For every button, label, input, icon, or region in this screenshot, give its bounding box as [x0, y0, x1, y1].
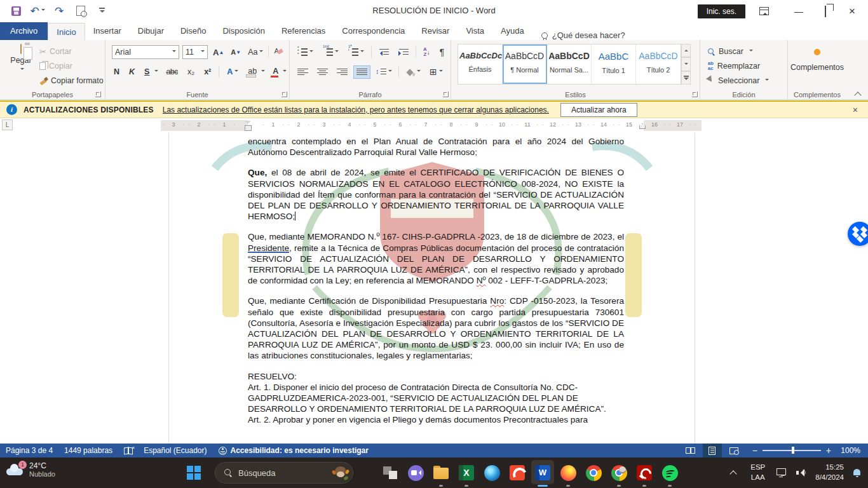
borders-button[interactable]: ⊞ [427, 65, 445, 78]
increase-indent-button[interactable] [396, 46, 411, 58]
keyboard-language[interactable]: ESP LAA [750, 463, 765, 482]
ribbon-tab[interactable]: Correspondencia [334, 22, 413, 40]
ribbon-tab[interactable]: Ayuda [492, 22, 532, 40]
shading-button[interactable] [403, 66, 423, 78]
styles-scroll-down[interactable] [681, 57, 691, 71]
ribbon-tab[interactable]: Insertar [85, 22, 130, 40]
edge-button[interactable] [479, 458, 505, 488]
select-button[interactable]: Seleccionar [708, 74, 769, 87]
web-layout-button[interactable] [724, 444, 743, 458]
align-left-button[interactable] [295, 66, 311, 78]
change-case-button[interactable]: Aa [246, 46, 265, 58]
show-marks-button[interactable]: ¶ [437, 45, 447, 59]
weather-widget[interactable]: 1 24°C Nublado [6, 461, 55, 478]
restore-button[interactable] [815, 6, 836, 17]
notification-bell-icon[interactable] [853, 468, 862, 477]
notification-message-link[interactable]: Las actualizaciones de Office están list… [163, 105, 549, 114]
pdf-reader-button[interactable] [505, 458, 530, 488]
shrink-font-button[interactable]: A▼ [229, 47, 243, 57]
collapse-ribbon-button[interactable] [855, 92, 862, 95]
file-explorer-button[interactable] [428, 458, 454, 488]
accessibility-status[interactable]: Accesibilidad: es necesario investigar [213, 446, 374, 455]
clear-formatting-button[interactable] [272, 47, 285, 57]
minimize-button[interactable]: — [788, 6, 810, 17]
document-text[interactable]: encuentra contemplado en el Plan Anual d… [248, 136, 624, 426]
proofing-status[interactable]: × [118, 447, 138, 454]
notification-close-icon[interactable]: × [849, 105, 862, 115]
line-spacing-button[interactable] [374, 66, 395, 78]
decrease-indent-button[interactable] [376, 46, 391, 58]
subscript-button[interactable]: x₂ [186, 66, 196, 78]
ribbon-tab[interactable]: Diseño [172, 22, 214, 40]
network-icon[interactable] [776, 468, 787, 477]
indent-marker-left[interactable] [245, 121, 251, 130]
zoom-level[interactable]: 100% [836, 446, 860, 455]
font-name-combobox[interactable]: Arial [112, 45, 179, 59]
sort-button[interactable]: AZ↓ [421, 45, 433, 59]
paste-button[interactable]: Pegar [6, 44, 36, 90]
font-dialog-launcher[interactable] [281, 92, 287, 97]
strikethrough-button[interactable]: abc [164, 66, 180, 78]
acrobat-button[interactable] [632, 458, 657, 488]
ribbon-tab[interactable]: Dibujar [130, 22, 172, 40]
style-titulo-2[interactable]: AaBbCcD Título 2 [636, 44, 681, 84]
find-button[interactable]: Buscar [708, 45, 753, 58]
grow-font-button[interactable]: A▲ [211, 46, 226, 58]
word-count[interactable]: 1449 palabras [58, 446, 118, 455]
page-indicator[interactable]: Página 3 de 4 [0, 446, 58, 455]
chrome-profile-button[interactable] [606, 458, 632, 488]
video-chat-button[interactable] [403, 458, 428, 488]
font-color-button[interactable]: A [271, 65, 280, 78]
replace-button[interactable]: abac Reemplazar [708, 60, 760, 72]
multilevel-list-button[interactable] [346, 46, 367, 58]
paragraph-dialog-launcher[interactable] [443, 92, 449, 97]
close-button[interactable]: × [841, 5, 863, 18]
ribbon-tab[interactable]: Vista [458, 22, 492, 40]
update-now-button[interactable]: Actualizar ahora [560, 103, 637, 117]
read-mode-button[interactable] [681, 444, 700, 458]
ribbon-tab[interactable]: Revisar [413, 22, 458, 40]
taskbar-search[interactable]: Búsqueda [215, 462, 353, 484]
highlight-button[interactable]: ab [246, 65, 259, 78]
sign-in-button[interactable]: Inic. ses. [698, 4, 745, 18]
style-normal-sa[interactable]: AaBbCcD Normal Sa... [547, 44, 592, 84]
copy-button[interactable]: Copiar [39, 60, 72, 72]
align-right-button[interactable] [334, 66, 350, 78]
ribbon-display-options-button[interactable] [759, 7, 769, 15]
addins-button[interactable]: Complementos [788, 63, 846, 72]
styles-more-button[interactable] [681, 71, 691, 85]
bullets-button[interactable] [295, 46, 316, 58]
ribbon-tab[interactable]: Referencias [273, 22, 334, 40]
style-normal[interactable]: AaBbCcD ¶ Normal [503, 44, 547, 84]
hidden-icons-chevron[interactable] [730, 470, 736, 475]
styles-scroll-up[interactable] [681, 44, 691, 57]
style-titulo-1[interactable]: AaBbC Título 1 [592, 44, 636, 84]
word-button[interactable]: W [530, 458, 555, 488]
style-enfasis[interactable]: AaBbCcDc Énfasis [458, 44, 503, 84]
justify-button[interactable] [354, 66, 370, 78]
volume-icon[interactable] [796, 468, 806, 477]
spotify-button[interactable] [657, 458, 682, 488]
language-indicator[interactable]: Español (Ecuador) [138, 446, 212, 455]
text-effects-button[interactable]: A [225, 66, 240, 78]
numbering-button[interactable] [320, 46, 341, 58]
print-layout-button[interactable] [703, 444, 722, 458]
clipboard-dialog-launcher[interactable] [95, 92, 101, 97]
ribbon-tab[interactable]: Disposición [214, 22, 273, 40]
bold-button[interactable]: N [112, 66, 121, 78]
excel-button[interactable]: X [454, 458, 479, 488]
zoom-in-button[interactable]: + [826, 445, 831, 456]
font-color-caret[interactable] [283, 70, 287, 74]
align-center-button[interactable] [315, 66, 330, 78]
dropbox-badge[interactable] [848, 222, 868, 246]
chrome-button[interactable] [581, 458, 606, 488]
underline-caret[interactable] [154, 70, 158, 74]
start-button[interactable] [187, 466, 201, 480]
cut-button[interactable]: ✂ Cortar [39, 45, 72, 58]
highlight-caret[interactable] [261, 70, 265, 74]
italic-button[interactable]: K [127, 66, 137, 78]
styles-dialog-launcher[interactable] [692, 92, 698, 97]
font-size-combobox[interactable]: 11 [182, 45, 208, 59]
zoom-slider[interactable] [763, 450, 821, 451]
zoom-out-button[interactable]: − [752, 445, 757, 456]
